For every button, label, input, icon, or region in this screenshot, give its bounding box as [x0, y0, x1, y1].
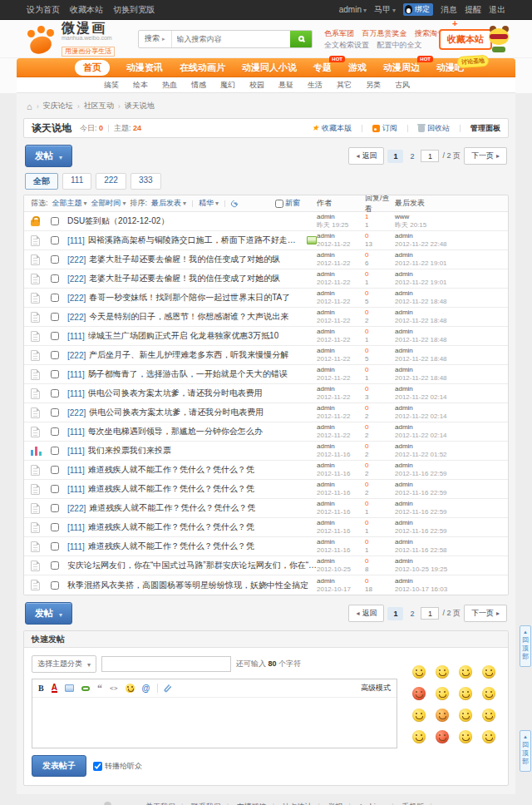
thread-prefix[interactable]: [222] — [67, 408, 86, 417]
lastpost-author-link[interactable]: admin — [395, 385, 413, 393]
lastpost-author-link[interactable]: admin — [395, 519, 413, 526]
thread-author-link[interactable]: admin — [317, 347, 335, 354]
subnav-item[interactable]: 生活 — [308, 80, 323, 91]
switch-wide-link[interactable]: 切换到宽版 — [113, 4, 155, 16]
nav-item-news[interactable]: 动漫资讯 — [126, 62, 163, 74]
filter-tab-111[interactable]: 111 — [62, 173, 91, 190]
nav-item-games[interactable]: 游戏 — [348, 62, 367, 74]
insert-link-icon[interactable] — [81, 686, 90, 691]
emoticon-sweat[interactable] — [436, 687, 449, 700]
filter-tab-333[interactable]: 333 — [131, 173, 161, 190]
submit-post-button[interactable]: 发表帖子 — [32, 755, 86, 777]
favorite-site-button[interactable]: 收藏本站 — [439, 29, 492, 50]
thread-checkbox[interactable] — [51, 542, 59, 551]
search-category-dropdown[interactable]: 搜索 — [139, 31, 172, 47]
emoticon-dull[interactable] — [459, 709, 472, 722]
home-icon[interactable] — [27, 101, 32, 111]
emoticon-happy[interactable] — [459, 665, 472, 679]
thread-author-link[interactable]: admin — [317, 462, 335, 469]
attachment-icon[interactable] — [164, 684, 172, 693]
quote-icon[interactable]: “ — [97, 685, 102, 692]
thread-author-link[interactable]: admin — [317, 232, 335, 240]
thread-checkbox[interactable] — [51, 504, 59, 512]
promo-link[interactable]: 色系军团 — [324, 29, 354, 37]
thread-author-link[interactable]: admin — [317, 404, 335, 412]
thread-checkbox[interactable] — [51, 561, 59, 570]
thread-author-link[interactable]: admin — [317, 309, 335, 316]
thread-title-link[interactable]: 供电公司换表方案太坑爹，请还我分时电表费用 — [88, 388, 263, 399]
thread-prefix[interactable]: [111] — [67, 389, 85, 398]
thread-title-link[interactable]: 老婆大肚子却还要去偷腥！我的信任变成了对她的纵 — [89, 273, 280, 284]
thread-prefix[interactable]: [111] — [67, 370, 85, 379]
thread-checkbox[interactable] — [51, 274, 59, 283]
bold-icon[interactable]: B — [38, 684, 44, 693]
thread-checkbox[interactable] — [51, 217, 59, 225]
lastpost-author-link[interactable]: admin — [395, 577, 413, 585]
thread-title-link[interactable]: 肠子都悔青了，选择游击队，一开始就是个天大的错误 — [88, 368, 288, 380]
nav-item-anime[interactable]: 在线动画片 — [180, 62, 225, 74]
filter-time-dropdown[interactable]: 全部时间 — [91, 198, 126, 209]
emoticon-tongue[interactable] — [459, 687, 472, 700]
subnav-item[interactable]: 古风 — [395, 80, 410, 91]
lastpost-author-link[interactable]: admin — [395, 423, 413, 431]
messages-link[interactable]: 消息 — [441, 4, 457, 16]
thread-checkbox[interactable] — [51, 389, 59, 398]
nav-item-bar[interactable]: 动漫吧讨论圣地 — [436, 62, 464, 74]
subnav-item[interactable]: 悬疑 — [278, 80, 293, 91]
thread-author-link[interactable]: admin — [317, 385, 335, 393]
subnav-item[interactable]: 搞笑 — [104, 80, 119, 91]
thread-title-link[interactable]: DSU签到贴（2012-12-02） — [67, 215, 169, 227]
thread-author-link[interactable]: admin — [317, 557, 335, 565]
lastpost-author-link[interactable]: admin — [395, 481, 413, 488]
subnav-item[interactable]: 情感 — [191, 80, 206, 91]
post-body-textarea[interactable] — [32, 698, 397, 744]
subnav-item[interactable]: 校园 — [249, 80, 264, 91]
category-select[interactable]: 选择主题分类 — [32, 655, 96, 673]
lastpost-author-link[interactable]: admin — [395, 270, 413, 278]
emoticon-shy[interactable] — [412, 730, 426, 743]
page-current[interactable]: 1 — [387, 607, 403, 620]
advanced-mode-link[interactable]: 高级模式 — [361, 683, 391, 694]
thread-title-link[interactable]: 难道残疾人就不能工作？凭什么？凭什么？凭 — [88, 483, 254, 495]
back-button[interactable]: 返回 — [348, 605, 384, 622]
emoticon-smile[interactable] — [412, 665, 426, 679]
page-jump-input[interactable] — [421, 150, 439, 162]
thread-title-link[interactable]: 供电公司换表方案太坑爹，请还我分时电表费用 — [89, 407, 264, 418]
thread-prefix[interactable]: [222] — [67, 313, 86, 322]
filter-topic-dropdown[interactable]: 全部主题 — [52, 198, 87, 209]
emoticon-laugh[interactable] — [482, 665, 495, 679]
thread-checkbox[interactable] — [51, 255, 59, 264]
next-page-button[interactable]: 下一页 — [464, 605, 507, 622]
site-logo[interactable]: 微漫画 manhua.weibo.com 用漫画分享生活 — [27, 22, 115, 57]
lastpost-author-link[interactable]: admin — [395, 500, 413, 507]
thread-title-link[interactable]: 产后坐月子、新生儿护理难老多东西，听我来慢慢分解 — [89, 349, 288, 361]
post-title-input[interactable] — [101, 656, 231, 672]
emoticon-shock[interactable] — [436, 730, 449, 743]
lastpost-author-link[interactable]: admin — [395, 462, 413, 469]
thread-checkbox[interactable] — [51, 294, 59, 302]
thread-title-link[interactable]: 春哥一秒变妹纸！找到那个陪你一起过世界末日的TA了 — [89, 292, 290, 304]
thread-title-link[interactable]: 今天是特别的日子，感恩节！你想感谢谁？大声说出来 — [89, 311, 288, 323]
breadcrumb-section-link[interactable]: 社区互动 — [84, 101, 114, 111]
thread-checkbox[interactable] — [51, 332, 59, 340]
subnav-item[interactable]: 魔幻 — [220, 80, 235, 91]
thread-checkbox[interactable] — [51, 581, 59, 590]
thread-title-link[interactable]: 每次坐电梯遇到领导，那尴尬一分钟你会怎么办 — [88, 426, 263, 437]
thread-prefix[interactable]: [111] — [67, 523, 85, 532]
thread-author-link[interactable]: admin — [317, 519, 335, 526]
insert-image-icon[interactable] — [65, 684, 74, 692]
subnav-item[interactable]: 热血 — [162, 80, 177, 91]
thread-prefix[interactable]: [222] — [67, 274, 86, 284]
emoticon-scold[interactable] — [436, 709, 449, 722]
thread-prefix[interactable]: [111] — [67, 427, 85, 437]
thread-author-link[interactable]: admin — [317, 538, 335, 546]
thread-title-link[interactable]: 因裕溪路高架桥与铜陵路交口施工，桥面下道路不好走，所以园林部门偷懒 — [88, 235, 303, 246]
notifications-link[interactable]: 提醒 — [465, 4, 481, 16]
thread-title-link[interactable]: 秋季混搭风衣美搭，高圆圆杨幂等明星纷纷惊现，妖娆中性全搞定 — [67, 580, 308, 591]
thread-prefix[interactable]: [222] — [67, 255, 86, 264]
lastpost-author-link[interactable]: admin — [395, 289, 413, 297]
thread-prefix[interactable]: [222] — [67, 504, 86, 513]
lastpost-author-link[interactable]: admin — [395, 347, 413, 354]
nav-item-fanfic[interactable]: 动漫同人小说 — [242, 62, 297, 74]
thread-title-link[interactable]: 难道残疾人就不能工作？凭什么？凭什么？凭 — [88, 521, 254, 533]
